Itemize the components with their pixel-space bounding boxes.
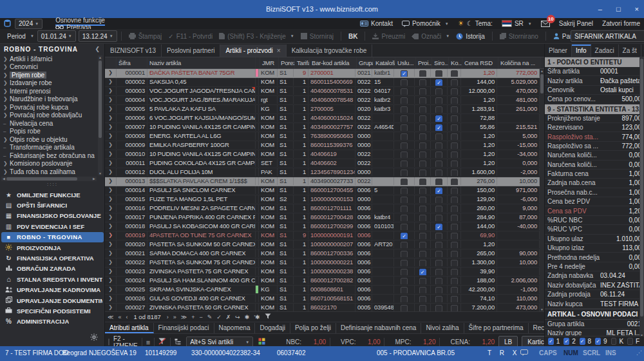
expand-row-icon[interactable]: ❯ <box>105 123 117 131</box>
siro-checkbox[interactable] <box>435 70 442 77</box>
siro-checkbox[interactable]: ✓ <box>435 79 442 86</box>
colors-icon[interactable] <box>258 338 265 346</box>
panel-row[interactable]: Cena bez PDV1,00 <box>545 197 644 206</box>
detail-tab--ifre-po-partnerima[interactable]: Šifre po partnerima <box>464 323 529 333</box>
siro-checkbox[interactable]: ✓ <box>435 115 442 122</box>
panel-tab-planer[interactable]: Planer <box>545 44 572 57</box>
ko-checkbox[interactable] <box>451 287 458 293</box>
uslu-checkbox[interactable] <box>401 251 408 257</box>
proi-checkbox[interactable] <box>419 124 426 131</box>
grid-scrollbar[interactable]: ▲ ▼ <box>540 69 544 311</box>
nav-first-button[interactable]: ≪ <box>108 314 113 320</box>
siro-checkbox[interactable] <box>435 296 442 302</box>
panel-row[interactable]: CenovnikOstali kupci <box>545 86 644 95</box>
uslu-checkbox[interactable] <box>401 88 408 95</box>
column-header-kolicina[interactable]: Količina na ... <box>498 57 541 68</box>
proi-checkbox[interactable] <box>419 142 426 149</box>
panel-row[interactable]: Raspoloživo sa ...772,00 <box>545 142 644 151</box>
uslu-checkbox[interactable] <box>401 179 408 185</box>
panel-row[interactable]: Prethodna nedelja0,00 <box>545 253 644 262</box>
ko-checkbox[interactable] <box>451 151 458 158</box>
column-header-cena[interactable]: Cena RSD <box>462 57 498 68</box>
panel-row[interactable]: Prosečna nab.c...1,00 <box>545 188 644 197</box>
expand-row-icon[interactable]: ❯ <box>105 249 117 257</box>
panel-row[interactable]: Fakturna cena1,00 <box>545 170 644 179</box>
year-selector[interactable]: 2024 ▼ <box>15 19 43 29</box>
ko-checkbox[interactable] <box>451 188 458 194</box>
proi-checkbox[interactable] <box>419 151 426 158</box>
proi-checkbox[interactable] <box>419 170 426 176</box>
scroll-up-icon[interactable]: ▲ <box>540 69 544 73</box>
table-row[interactable]: ❯000021SARMA DOMACA 400 GR CARNEXKOMS118… <box>105 249 544 259</box>
proi-checkbox[interactable] <box>419 161 426 167</box>
ko-checkbox[interactable] <box>451 251 458 257</box>
expand-row-icon[interactable]: ❯ <box>105 168 117 176</box>
detail-tab-napomena[interactable]: Napomena <box>214 323 256 333</box>
sidebar-tree-item[interactable]: ❯Tuđa roba na zalihama <box>0 168 97 176</box>
post-button[interactable]: ✓ <box>216 314 222 320</box>
panel-row[interactable]: Zadnja nab.cena1,00 <box>545 179 644 188</box>
table-row[interactable]: ❯0000066 VOC.JOGURT KAJSIJA/MANGO/SUMSK … <box>105 114 544 123</box>
flag-checkbox-k[interactable] <box>611 338 617 345</box>
column-header-sifra[interactable]: Šifra <box>117 57 147 68</box>
proi-checkbox[interactable]: ✓ <box>419 269 426 275</box>
sidebar-tree-item[interactable]: –Fakturisanje bez obračuna na <box>0 151 97 160</box>
proi-checkbox[interactable] <box>419 251 426 257</box>
column-header-jmr[interactable]: JMR <box>260 57 279 68</box>
uslu-checkbox[interactable] <box>401 79 408 86</box>
ko-checkbox[interactable] <box>451 170 458 176</box>
ko-checkbox[interactable] <box>451 142 458 149</box>
close-button[interactable]: × <box>635 5 639 13</box>
expand-row-icon[interactable]: ❯ <box>105 204 117 212</box>
sidebar-tree-item[interactable]: –Popis robe <box>0 128 97 136</box>
menu-right-item-3[interactable]: SR▼ <box>502 20 532 27</box>
detail-tab-finansijski-podaci[interactable]: Finansijski podaci <box>154 323 214 333</box>
column-header-barkod[interactable]: Bar-kod artikla <box>310 57 357 68</box>
expand-row-icon[interactable]: ❯ <box>105 186 117 194</box>
expand-arrow-icon[interactable]: ❯ <box>3 112 10 118</box>
proi-checkbox[interactable] <box>419 287 426 293</box>
tab-kalkulacija-trgova-ke-robe[interactable]: Kalkulacija trgovačke robe <box>287 44 373 57</box>
siro-checkbox[interactable] <box>435 242 442 248</box>
table-row[interactable]: ❯000003VOC.JOGURT JAGODA/TRESNJA CAMPINA… <box>105 87 544 96</box>
column-header-porez[interactable]: Porez <box>279 57 295 68</box>
uslu-checkbox[interactable]: ✓ <box>401 70 408 77</box>
detail-tab-doga-aji[interactable]: Događaji <box>255 323 290 333</box>
ko-checkbox[interactable] <box>451 269 458 275</box>
panel-row[interactable]: Naziv artiklaĐačka pašteta ... <box>545 76 644 85</box>
siro-checkbox[interactable] <box>435 197 442 203</box>
tree-view-icon[interactable] <box>175 338 181 346</box>
uslu-checkbox[interactable] <box>401 215 408 221</box>
expand-row-icon[interactable]: ❯ <box>105 114 117 122</box>
panel-row[interactable]: Zadnja prodaja06.11.24 <box>545 290 644 299</box>
close-tab-icon[interactable]: × <box>277 47 281 54</box>
menu-item-0[interactable]: Osnovne funkcije <box>55 17 105 24</box>
ko-checkbox[interactable] <box>451 79 458 86</box>
uslu-checkbox[interactable] <box>401 197 408 203</box>
ko-checkbox[interactable] <box>451 224 458 230</box>
panel-row[interactable]: Ukupno ulaz1.010,00 <box>545 235 644 244</box>
refresh-button[interactable]: ↪ <box>235 314 240 320</box>
filter-button[interactable] <box>265 313 271 320</box>
sidebar-item-finansijsko-poslovanje[interactable]: ▦FINANSIJSKO POSLOVANJE <box>0 211 105 221</box>
panel-row[interactable]: %RUC VPC0,00 <box>545 225 644 234</box>
detail-tab-nivoi-zaliha[interactable]: Nivoi zaliha <box>421 323 464 333</box>
maximize-button[interactable]: □ <box>616 5 621 13</box>
siro-checkbox[interactable] <box>435 233 442 239</box>
sidebar-item-proizvodnja[interactable]: PROIZVODNJA <box>0 242 105 253</box>
uslu-checkbox[interactable] <box>401 106 408 113</box>
ko-checkbox[interactable] <box>451 161 458 167</box>
proi-checkbox[interactable] <box>419 179 426 185</box>
siro-checkbox[interactable] <box>435 133 442 140</box>
proi-checkbox[interactable] <box>419 242 426 248</box>
date-to-input[interactable]: 13.12.24 ▼ <box>79 30 117 42</box>
table-row[interactable]: ❯000016PODRELIV MESNI ZA SPAGETE CARNEXF… <box>105 204 544 213</box>
table-row[interactable]: ❯000008ENERG. KARTELA AL L6GKOMS11763890… <box>105 132 544 141</box>
collapse-sidebar-icon[interactable]: ❮ <box>95 46 100 52</box>
expand-row-icon[interactable]: ❯ <box>105 96 117 104</box>
chat-bubble-icon[interactable] <box>520 349 528 357</box>
proi-checkbox[interactable] <box>419 97 426 104</box>
delete-button[interactable]: − <box>199 314 202 320</box>
uslu-checkbox[interactable] <box>401 278 408 284</box>
uslu-checkbox[interactable] <box>401 170 408 176</box>
